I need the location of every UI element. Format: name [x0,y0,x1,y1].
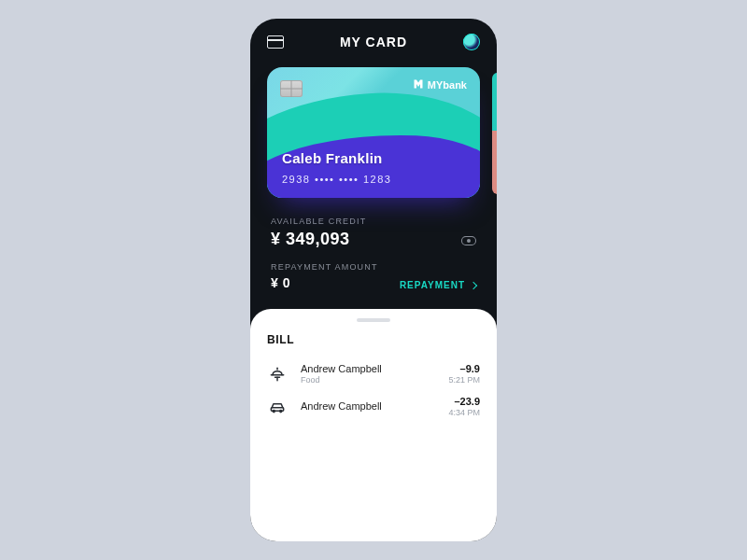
bill-time: 5:21 PM [448,375,480,385]
wallet-icon[interactable] [267,35,284,49]
bill-category: Food [301,375,435,385]
balances: AVAILABLE CREDIT ¥ 349,093 REPAYMENT AMO… [250,203,497,300]
next-card-peek[interactable] [492,73,497,194]
bank-name: MYbank [428,79,467,91]
repayment-amount: ¥ 0 [271,275,290,290]
credit-label: AVAILABLE CREDIT [271,217,366,226]
car-icon [267,397,288,417]
list-item[interactable]: Andrew Campbell –23.9 4:34 PM [267,390,480,423]
bill-sheet[interactable]: BILL Andrew Campbell Food –9.9 5:21 PM A… [250,309,497,541]
credit-amount: ¥ 349,093 [271,230,366,249]
repayment-button[interactable]: REPAYMENT [400,280,476,290]
bill-amount: –9.9 [448,363,480,374]
chevron-right-icon [470,281,477,288]
chip-icon [280,80,303,97]
bank-logo-icon [413,78,424,91]
repayment-label: REPAYMENT AMOUNT [271,262,476,272]
bank-brand: MYbank [413,78,467,91]
bill-name: Andrew Campbell [301,363,435,374]
card-holder: Caleb Franklin [282,150,383,166]
credit-card[interactable]: MYbank Caleb Franklin 2938 •••• •••• 128… [267,67,480,198]
phone-frame: MY CARD MYbank Caleb Franklin 2938 •••• … [250,19,497,541]
bill-name: Andrew Campbell [301,400,435,412]
drag-handle-icon[interactable] [357,318,390,322]
bill-time: 4:34 PM [448,408,480,417]
eye-icon[interactable] [461,236,476,245]
food-icon [267,364,288,385]
page-title: MY CARD [340,35,407,49]
avatar[interactable] [463,34,480,50]
list-item[interactable]: Andrew Campbell Food –9.9 5:21 PM [267,357,480,390]
bill-heading: BILL [267,333,480,346]
card-number: 2938 •••• •••• 1283 [282,174,391,185]
card-stack: MYbank Caleb Franklin 2938 •••• •••• 128… [250,58,497,203]
bill-amount: –23.9 [448,396,480,407]
header: MY CARD [250,19,497,58]
repayment-button-label: REPAYMENT [400,280,465,290]
